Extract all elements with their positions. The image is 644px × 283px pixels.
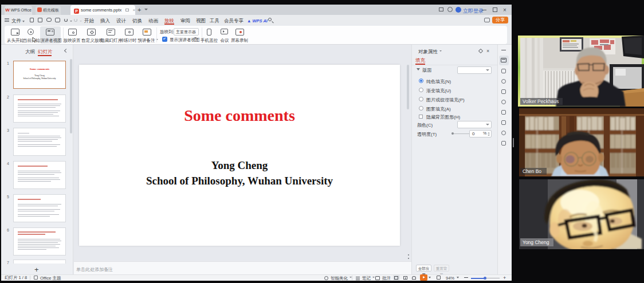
svg-text:Chen Bo: Chen Bo	[523, 168, 541, 174]
svg-text:Yong Cheng: Yong Cheng	[523, 239, 549, 245]
svg-text:Volker Peckhaus: Volker Peckhaus	[523, 99, 559, 104]
